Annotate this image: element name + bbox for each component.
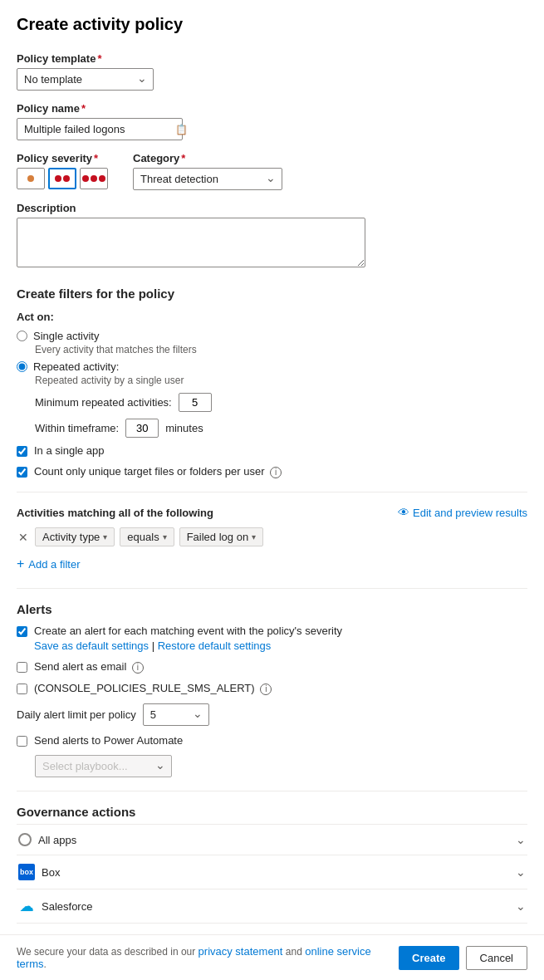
repeated-activity-row[interactable]: Repeated activity:	[17, 360, 527, 373]
filter-equals-tag[interactable]: equals ▾	[120, 527, 174, 546]
pipe-separator: |	[152, 639, 158, 652]
create-alert-row: Create an alert for each matching event …	[17, 625, 527, 652]
failed-logon-chevron-icon: ▾	[252, 532, 256, 541]
box-name: Box	[42, 866, 60, 879]
send-email-info-icon: i	[132, 662, 144, 674]
min-repeated-input[interactable]	[179, 393, 212, 412]
severity-group: Policy severity*	[17, 152, 108, 189]
governance-box[interactable]: box Box ⌄	[17, 855, 527, 889]
filters-section-title: Create filters for the policy	[17, 287, 527, 301]
create-alert-checkbox[interactable]	[17, 626, 27, 637]
governance-allapps[interactable]: All apps ⌄	[17, 824, 527, 855]
count-unique-row: Count only unique target files or folder…	[17, 465, 527, 478]
description-group: Description	[17, 202, 527, 270]
save-default-link[interactable]: Save as default settings	[34, 639, 149, 652]
activities-matching-header: Activities matching all of the following…	[17, 506, 527, 519]
alerts-title: Alerts	[17, 602, 527, 616]
policy-template-select[interactable]: No template	[17, 68, 154, 91]
minutes-label: minutes	[165, 422, 203, 434]
page-title: Create activity policy	[17, 15, 527, 34]
cancel-button[interactable]: Cancel	[466, 946, 527, 970]
salesforce-icon: ☁	[18, 898, 35, 914]
footer-bar: We secure your data as described in our …	[0, 934, 544, 980]
severity-medium-btn[interactable]	[48, 168, 76, 189]
footer-privacy-text: We secure your data as described in our …	[17, 945, 399, 970]
filter-failed-logon-text: Failed log on	[187, 531, 248, 543]
min-repeated-label: Minimum repeated activities:	[35, 396, 172, 409]
box-icon: box	[18, 864, 35, 880]
footer-actions: Create Cancel	[399, 946, 527, 970]
repeated-activity-radio[interactable]	[17, 361, 27, 372]
divider-3	[17, 791, 527, 791]
severity-category-row: Policy severity* Category*	[17, 152, 527, 202]
send-email-checkbox[interactable]	[17, 662, 27, 673]
add-filter-plus-icon: +	[17, 556, 24, 571]
count-unique-info-icon: i	[270, 467, 282, 478]
sms-alert-row: (CONSOLE_POLICIES_RULE_SMS_ALERT) i	[17, 682, 527, 695]
sms-alert-checkbox[interactable]	[17, 684, 27, 694]
filter-failed-logon-tag[interactable]: Failed log on ▾	[179, 527, 263, 546]
governance-title: Governance actions	[17, 805, 527, 819]
select-playbook-wrapper[interactable]: Select playbook...	[35, 755, 527, 777]
divider-1	[17, 492, 527, 492]
playbook-select-wrapper[interactable]: Select playbook...	[35, 755, 172, 777]
governance-salesforce[interactable]: ☁ Salesforce ⌄	[17, 889, 527, 923]
severity-high-dot1	[82, 175, 89, 182]
repeated-activity-label: Repeated activity:	[33, 360, 119, 373]
repeated-activity-sublabel: Repeated activity by a single user	[35, 375, 527, 386]
privacy-statement-link[interactable]: privacy statement	[198, 945, 283, 958]
severity-med-dot1	[55, 175, 61, 182]
severity-high-dot3	[99, 175, 105, 182]
eye-icon: 👁	[398, 506, 409, 519]
filter-remove-btn[interactable]: ✕	[17, 529, 30, 546]
edit-preview-link[interactable]: 👁 Edit and preview results	[398, 506, 527, 519]
sms-alert-label: (CONSOLE_POLICIES_RULE_SMS_ALERT) i	[34, 682, 272, 695]
single-activity-label: Single activity	[33, 330, 99, 342]
filter-activity-type-tag[interactable]: Activity type ▾	[35, 527, 115, 546]
governance-box-left: box Box	[18, 864, 60, 880]
description-label: Description	[17, 202, 527, 214]
salesforce-name: Salesforce	[42, 900, 92, 913]
alert-default-links: Save as default settings | Restore defau…	[34, 639, 342, 652]
playbook-select[interactable]: Select playbook...	[35, 755, 172, 777]
copy-icon[interactable]: 📋	[170, 120, 193, 139]
category-select[interactable]: Threat detection	[133, 168, 282, 190]
daily-limit-select[interactable]: 5 10 25 50 100	[143, 703, 209, 726]
create-alert-label: Create an alert for each matching event …	[34, 625, 342, 637]
repeated-activity-options: Minimum repeated activities: Within time…	[35, 393, 527, 438]
single-activity-radio[interactable]	[17, 331, 27, 341]
in-single-app-checkbox[interactable]	[17, 446, 27, 457]
within-timeframe-input[interactable]	[125, 419, 159, 438]
add-filter-button[interactable]: + Add a filter	[17, 553, 81, 575]
severity-high-btn[interactable]	[80, 168, 108, 189]
add-filter-label: Add a filter	[28, 558, 80, 571]
policy-name-wrapper[interactable]: 📋	[17, 118, 183, 140]
within-timeframe-label: Within timeframe:	[35, 422, 119, 434]
power-automate-checkbox[interactable]	[17, 736, 27, 747]
policy-template-label: Policy template*	[17, 52, 527, 65]
box-chevron-icon: ⌄	[516, 865, 526, 879]
daily-limit-select-wrapper[interactable]: 5 10 25 50 100	[143, 703, 209, 726]
single-activity-row[interactable]: Single activity	[17, 330, 527, 342]
severity-low-dot	[27, 175, 34, 182]
policy-name-input[interactable]	[17, 119, 170, 140]
min-repeated-row: Minimum repeated activities:	[35, 393, 527, 412]
salesforce-chevron-icon: ⌄	[516, 899, 526, 913]
policy-template-select-wrapper[interactable]: No template	[17, 68, 154, 91]
category-select-wrapper[interactable]: Threat detection	[133, 168, 282, 190]
category-group: Category* Threat detection	[133, 152, 282, 190]
description-textarea[interactable]	[17, 218, 365, 267]
restore-default-link[interactable]: Restore default settings	[158, 639, 272, 652]
filter-row: ✕ Activity type ▾ equals ▾ Failed log on…	[17, 527, 527, 546]
create-button[interactable]: Create	[399, 946, 458, 970]
activities-matching-title: Activities matching all of the following	[17, 507, 213, 519]
send-email-row: Send alert as email i	[17, 660, 527, 674]
count-unique-checkbox[interactable]	[17, 467, 27, 478]
repeated-activity-group: Repeated activity: Repeated activity by …	[17, 360, 527, 438]
daily-limit-label: Daily alert limit per policy	[17, 708, 136, 721]
policy-name-label: Policy name*	[17, 102, 527, 115]
allapps-icon	[18, 833, 32, 846]
single-activity-group: Single activity Every activity that matc…	[17, 330, 527, 355]
within-timeframe-row: Within timeframe: minutes	[35, 419, 527, 438]
severity-low-btn[interactable]	[17, 168, 45, 189]
